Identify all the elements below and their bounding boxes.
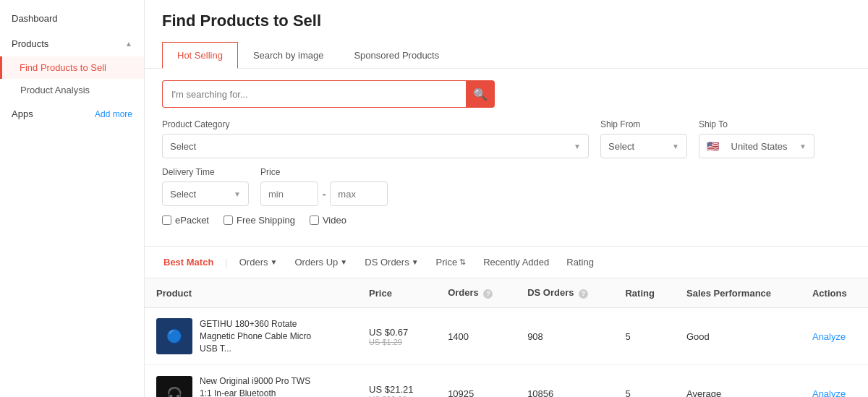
table-row: 🎧 New Original i9000 Pro TWS 1:1 In-ear … [145,365,868,397]
epacket-input[interactable] [162,215,171,225]
sales-perf-cell-2: Average [675,365,801,397]
price-inputs: - [260,182,388,206]
filter-row-2: Delivery Time Select ▼ Price - [162,167,851,206]
col-sales-performance: Sales Performance [675,278,801,308]
product-category-label: Product Category [162,119,589,129]
caret-icon-delivery: ▼ [234,190,241,198]
sort-orders-up[interactable]: Orders Up ▼ [287,254,354,270]
filter-section: 🔍 Product Category Select ▼ Ship From Se… [145,69,868,247]
sort-rating[interactable]: Rating [559,254,601,270]
delivery-time-value: Select [170,189,196,200]
free-shipping-label: Free Shipping [237,215,295,226]
epacket-label: ePacket [175,215,209,226]
sort-bar: Best Match | Orders ▼ Orders Up ▼ DS Ord… [145,247,868,278]
col-price: Price [357,278,436,308]
ship-from-label: Ship From [600,119,687,129]
video-checkbox[interactable]: Video [310,215,346,226]
tab-sponsored-products[interactable]: Sponsored Products [339,42,454,69]
price-current-1: US $0.67 [369,327,425,338]
ds-orders-help-icon[interactable]: ? [579,289,588,299]
table-wrap: Best Match | Orders ▼ Orders Up ▼ DS Ord… [145,247,868,397]
orders-cell-2: 10925 [436,365,516,397]
sidebar-section-products[interactable]: Products ▲ [0,31,144,56]
table-row: 🔵 GETIHU 180+360 Rotate Magnetic Phone C… [145,308,868,365]
sort-ds-orders[interactable]: DS Orders ▼ [357,254,425,270]
sidebar-apps-label: Apps [12,108,33,119]
ship-from-value: Select [608,141,634,152]
video-label: Video [323,215,346,226]
sidebar-item-find-products[interactable]: Find Products to Sell [0,56,144,79]
search-button[interactable]: 🔍 [466,80,495,108]
price-max-input[interactable] [330,182,388,206]
price-sort-icon: ⇅ [459,257,466,267]
ds-orders-cell-1: 908 [516,308,613,365]
tab-search-by-image[interactable]: Search by image [238,42,339,69]
caret-icon-ship-to: ▼ [799,142,807,150]
col-ds-orders: DS Orders ? [516,278,613,308]
price-group: Price - [260,167,388,206]
ship-to-value: United States [731,141,788,152]
epacket-checkbox[interactable]: ePacket [162,215,209,226]
page-header: Find Products to Sell Hot Selling Search… [145,0,868,69]
product-cell-2: 🎧 New Original i9000 Pro TWS 1:1 In-ear … [145,365,357,397]
caret-icon: ▼ [574,142,581,150]
sort-best-match[interactable]: Best Match [156,254,221,270]
free-shipping-checkbox[interactable]: Free Shipping [224,215,295,226]
price-current-2: US $21.21 [369,384,425,395]
page-title: Find Products to Sell [162,12,851,30]
sales-perf-cell-1: Good [675,308,801,365]
sort-orders-caret: ▼ [270,258,277,266]
ship-to-select[interactable]: 🇺🇸 United States ▼ [699,134,814,158]
sidebar-item-dashboard[interactable]: Dashboard [0,6,144,31]
ship-from-select[interactable]: Select ▼ [600,134,687,158]
checkbox-row: ePacket Free Shipping Video [162,215,851,226]
sidebar-section-apps: Apps Add more [0,101,144,127]
product-image-2: 🎧 [156,376,192,397]
caret-icon-ship-from: ▼ [672,142,679,150]
orders-cell-1: 1400 [436,308,516,365]
col-rating: Rating [613,278,675,308]
price-label: Price [260,167,388,177]
products-table: Product Price Orders ? DS Orders ? Ratin… [145,278,868,397]
sidebar-add-more[interactable]: Add more [95,109,132,119]
product-image-1: 🔵 [156,318,192,354]
free-shipping-input[interactable] [224,215,233,225]
sidebar-products-label: Products [12,38,48,49]
analyze-button-1[interactable]: Analyze [812,331,846,342]
product-name-1: GETIHU 180+360 Rotate Magnetic Phone Cab… [200,318,315,354]
price-min-input[interactable] [260,182,318,206]
sort-ds-orders-caret: ▼ [412,258,419,266]
col-orders: Orders ? [436,278,516,308]
ds-orders-cell-2: 10856 [516,365,613,397]
col-product: Product [145,278,357,308]
product-name-2: New Original i9000 Pro TWS 1:1 In-ear Bl… [200,375,315,397]
ship-to-group: Ship To 🇺🇸 United States ▼ [699,119,814,158]
sidebar-item-product-analysis[interactable]: Product Analysis [0,79,144,101]
ship-to-label: Ship To [699,119,814,129]
analyze-button-2[interactable]: Analyze [812,388,846,397]
sort-price[interactable]: Price ⇅ [429,254,474,270]
search-bar: 🔍 [162,80,495,108]
price-cell-1: US $0.67 US $1.29 [357,308,436,365]
price-cell-2: US $21.21 US $33.66 [357,365,436,397]
search-input[interactable] [162,80,466,108]
sidebar: Dashboard Products ▲ Find Products to Se… [0,0,145,397]
orders-help-icon[interactable]: ? [483,289,493,299]
tabs-row: Hot Selling Search by image Sponsored Pr… [162,42,851,68]
delivery-time-label: Delivery Time [162,167,249,177]
product-category-select[interactable]: Select ▼ [162,134,589,158]
video-input[interactable] [310,215,319,225]
price-separator: - [323,189,326,200]
col-actions: Actions [801,278,868,308]
delivery-time-select[interactable]: Select ▼ [162,182,249,206]
rating-cell-1: 5 [613,308,675,365]
filter-row-1: Product Category Select ▼ Ship From Sele… [162,119,851,158]
sort-orders[interactable]: Orders ▼ [232,254,285,270]
product-category-group: Product Category Select ▼ [162,119,589,158]
table-header-row: Product Price Orders ? DS Orders ? Ratin… [145,278,868,308]
sort-recently-added[interactable]: Recently Added [476,254,556,270]
main-content: Find Products to Sell Hot Selling Search… [145,0,868,397]
tab-hot-selling[interactable]: Hot Selling [162,42,238,69]
sort-orders-up-caret: ▼ [340,258,347,266]
product-category-value: Select [170,141,196,152]
